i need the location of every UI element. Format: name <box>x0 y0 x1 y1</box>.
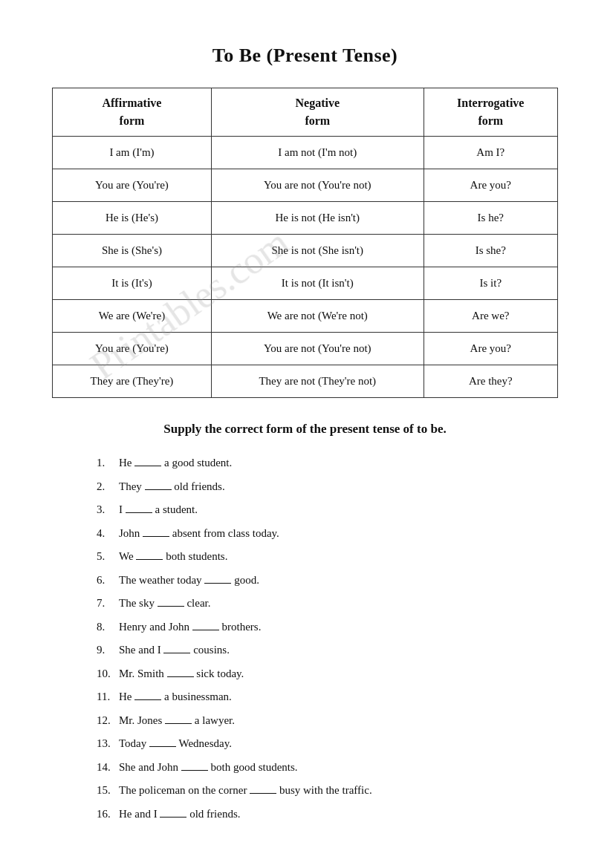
blank-line <box>136 559 163 560</box>
list-item: 6.The weather today good. <box>97 569 558 593</box>
item-number: 11. <box>97 685 119 709</box>
list-item: 16.He and I old friends. <box>97 803 558 826</box>
exercise-list: 1.He a good student.2.They old friends.3… <box>97 451 558 826</box>
table-cell-0-2: Am I? <box>424 137 557 169</box>
item-text: The weather today good. <box>119 569 259 593</box>
item-text: She and I cousins. <box>119 639 230 662</box>
table-cell-3-0: She is (She's) <box>53 235 212 267</box>
item-text: Mr. Smith sick today. <box>119 662 244 686</box>
item-number: 6. <box>97 569 119 593</box>
col-header-interrogative: Interrogativeform <box>424 88 557 137</box>
table-cell-0-0: I am (I'm) <box>53 137 212 169</box>
item-text: The sky clear. <box>119 592 210 616</box>
table-cell-4-2: Is it? <box>424 267 557 300</box>
item-number: 1. <box>97 451 119 475</box>
table-cell-2-0: He is (He's) <box>53 202 212 235</box>
list-item: 2.They old friends. <box>97 475 558 499</box>
blank-line <box>126 512 152 513</box>
list-item: 5.We both students. <box>97 545 558 569</box>
item-number: 15. <box>97 779 119 803</box>
table-cell-4-1: It is not (It isn't) <box>211 267 424 300</box>
list-item: 10.Mr. Smith sick today. <box>97 662 558 686</box>
item-text: Henry and John brothers. <box>119 616 261 639</box>
blank-line <box>192 630 219 630</box>
table-cell-7-2: Are they? <box>424 365 557 398</box>
blank-line <box>204 583 231 584</box>
list-item: 3.I a student. <box>97 498 558 522</box>
item-text: He and I old friends. <box>119 803 240 826</box>
blank-line <box>165 723 192 724</box>
table-cell-6-0: You are (You're) <box>53 333 212 365</box>
table-cell-1-0: You are (You're) <box>53 169 212 202</box>
blank-line <box>134 466 161 466</box>
item-text: They old friends. <box>119 475 225 499</box>
item-number: 16. <box>97 803 119 826</box>
table-cell-2-2: Is he? <box>424 202 557 235</box>
table-cell-1-2: Are you? <box>424 169 557 202</box>
item-number: 10. <box>97 662 119 686</box>
table-cell-3-2: Is she? <box>424 235 557 267</box>
item-text: We both students. <box>119 545 227 569</box>
list-item: 13.Today Wednesday. <box>97 732 558 756</box>
list-item: 14.She and John both good students. <box>97 756 558 780</box>
list-item: 8.Henry and John brothers. <box>97 616 558 639</box>
blank-line <box>181 770 208 771</box>
blank-line <box>167 676 194 677</box>
item-text: Today Wednesday. <box>119 732 232 756</box>
item-text: He a businessman. <box>119 685 232 709</box>
item-text: I a student. <box>119 498 198 522</box>
item-text: The policeman on the corner busy with th… <box>119 779 372 803</box>
table-cell-5-0: We are (We're) <box>53 300 212 333</box>
item-text: She and John both good students. <box>119 756 298 780</box>
item-number: 8. <box>97 616 119 639</box>
item-text: He a good student. <box>119 451 232 475</box>
item-number: 5. <box>97 545 119 569</box>
item-number: 12. <box>97 709 119 733</box>
blank-line <box>163 653 190 653</box>
exercise-title: Supply the correct form of the present t… <box>52 422 558 437</box>
table-cell-5-2: Are we? <box>424 300 557 333</box>
table-cell-6-1: You are not (You're not) <box>211 333 424 365</box>
table-cell-1-1: You are not (You're not) <box>211 169 424 202</box>
list-item: 4.John absent from class today. <box>97 522 558 546</box>
table-cell-6-2: Are you? <box>424 333 557 365</box>
col-header-negative: Negativeform <box>211 88 424 137</box>
item-text: John absent from class today. <box>119 522 279 546</box>
table-cell-7-1: They are not (They're not) <box>211 365 424 398</box>
grammar-table: Affirmativeform Negativeform Interrogati… <box>52 88 558 398</box>
table-cell-7-0: They are (They're) <box>53 365 212 398</box>
table-cell-5-1: We are not (We're not) <box>211 300 424 333</box>
blank-line <box>158 606 184 607</box>
item-number: 7. <box>97 592 119 616</box>
table-cell-3-1: She is not (She isn't) <box>211 235 424 267</box>
blank-line <box>149 746 176 747</box>
item-number: 2. <box>97 475 119 499</box>
blank-line <box>145 489 172 490</box>
item-number: 13. <box>97 732 119 756</box>
blank-line <box>134 699 161 700</box>
item-number: 3. <box>97 498 119 522</box>
table-cell-0-1: I am not (I'm not) <box>211 137 424 169</box>
blank-line <box>250 793 276 794</box>
item-number: 4. <box>97 522 119 546</box>
table-cell-2-1: He is not (He isn't) <box>211 202 424 235</box>
list-item: 15.The policeman on the corner busy with… <box>97 779 558 803</box>
list-item: 9.She and I cousins. <box>97 639 558 662</box>
list-item: 7.The sky clear. <box>97 592 558 616</box>
item-number: 14. <box>97 756 119 780</box>
item-text: Mr. Jones a lawyer. <box>119 709 235 733</box>
col-header-affirmative: Affirmativeform <box>53 88 212 137</box>
blank-line <box>160 817 186 818</box>
table-cell-4-0: It is (It's) <box>53 267 212 300</box>
list-item: 11.He a businessman. <box>97 685 558 709</box>
list-item: 1.He a good student. <box>97 451 558 475</box>
page-title: To Be (Present Tense) <box>52 45 558 67</box>
list-item: 12.Mr. Jones a lawyer. <box>97 709 558 733</box>
item-number: 9. <box>97 639 119 662</box>
blank-line <box>143 536 169 537</box>
